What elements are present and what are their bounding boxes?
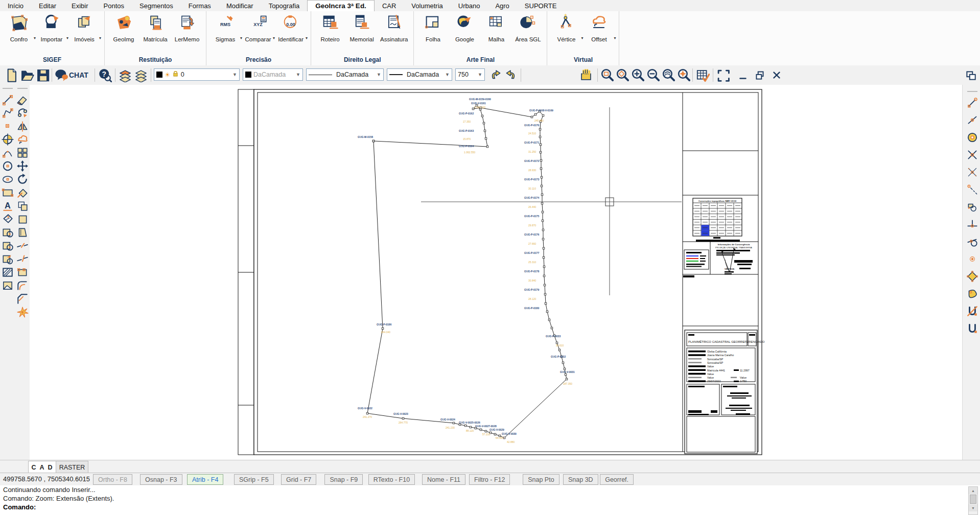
- toggle-filtro-f12[interactable]: Filtro - F12: [469, 474, 510, 485]
- chevron-down-icon[interactable]: ▼: [476, 72, 482, 77]
- snap-midpoint-button[interactable]: [966, 114, 978, 126]
- polyline-button[interactable]: [2, 107, 14, 119]
- zoom-out-button[interactable]: [646, 68, 661, 82]
- new-file-button[interactable]: [4, 68, 18, 82]
- menu-item-in-cio[interactable]: Início: [0, 0, 31, 11]
- toggle-snap-3d[interactable]: Snap 3D: [563, 474, 598, 485]
- scroll-up-icon[interactable]: ▲: [969, 487, 977, 494]
- snap-perpendicular-button[interactable]: [966, 218, 978, 230]
- break-point-button[interactable]: [16, 253, 29, 265]
- toggle-osnap-f3[interactable]: Osnap - F3: [140, 474, 182, 485]
- snap-quadrant-button[interactable]: [966, 270, 978, 283]
- scale-combo[interactable]: 750▼: [455, 68, 485, 81]
- zoom-previous-button[interactable]: [662, 68, 676, 82]
- menu-item-pontos[interactable]: Pontos: [96, 0, 132, 11]
- open-file-button[interactable]: [20, 68, 34, 82]
- chevron-down-icon[interactable]: ▾: [99, 36, 101, 40]
- color-combo[interactable]: DaCamada▼: [243, 68, 303, 81]
- ribbon-button-confro[interactable]: Confro: [3, 12, 35, 42]
- toggle-snap-f9[interactable]: Snap - F9: [324, 474, 363, 485]
- rotate-copy-button[interactable]: [16, 186, 29, 199]
- ribbon-button-lermemo[interactable]: LerMemo: [171, 12, 203, 42]
- tab-raster[interactable]: RASTER: [56, 461, 88, 473]
- chat-button[interactable]: CHAT: [55, 68, 88, 82]
- undo-button[interactable]: [489, 68, 503, 82]
- snap-center-button[interactable]: [966, 131, 978, 144]
- toggle-georref-[interactable]: Georref.: [600, 474, 634, 485]
- snap-settings-button[interactable]: [966, 322, 978, 335]
- menu-item-modificar[interactable]: Modificar: [219, 0, 261, 11]
- ribbon-button-sigmas[interactable]: RMSSigmas: [209, 12, 241, 42]
- layer-combo[interactable]: ☀0▼: [154, 68, 240, 81]
- ribbon-button-google[interactable]: Google: [449, 12, 480, 42]
- scroll-down-icon[interactable]: ▼: [969, 504, 977, 511]
- snap-apparent-button[interactable]: [966, 166, 978, 178]
- fillet-button[interactable]: [16, 279, 29, 292]
- fullscreen-button[interactable]: [716, 68, 730, 82]
- image-attach-button[interactable]: [2, 240, 14, 252]
- ribbon-button-matr-cula[interactable]: Matrícula: [139, 12, 171, 42]
- chevron-down-icon[interactable]: ▼: [375, 72, 381, 77]
- panels-icon[interactable]: [965, 69, 977, 82]
- snap-nearest-button[interactable]: [966, 288, 978, 300]
- mirror-button[interactable]: [16, 120, 29, 132]
- move-button[interactable]: [16, 160, 29, 172]
- cad-canvas[interactable]: Convenções topográficas NBR 13133Informa…: [30, 85, 963, 460]
- ribbon-button-identificar[interactable]: 0.00Identificar: [275, 12, 307, 42]
- chevron-down-icon[interactable]: ▾: [614, 36, 616, 40]
- chevron-down-icon[interactable]: ▾: [306, 36, 308, 40]
- snap-extension-button[interactable]: [966, 183, 978, 196]
- snap-node-button[interactable]: [966, 253, 978, 265]
- copy-button[interactable]: [16, 107, 29, 119]
- ribbon-button-geoimg[interactable]: GeoImg: [108, 12, 139, 42]
- toggle-rtexto-f10[interactable]: RTexto - F10: [368, 474, 415, 485]
- layers-manager-button[interactable]: [118, 68, 132, 82]
- tab-cad[interactable]: C A D: [28, 461, 57, 473]
- pan-button[interactable]: [579, 68, 593, 82]
- layers-states-button[interactable]: [134, 68, 148, 82]
- toggle-ortho-f8[interactable]: Ortho - F8: [93, 474, 132, 485]
- menu-item-editar[interactable]: Editar: [31, 0, 64, 11]
- circle-button[interactable]: [2, 160, 14, 172]
- array-button[interactable]: [16, 147, 29, 159]
- grip-edit-button[interactable]: [16, 266, 29, 278]
- ribbon-button-malha[interactable]: Malha: [480, 12, 512, 42]
- table-check-button[interactable]: [695, 68, 710, 82]
- minimize-button[interactable]: [736, 69, 750, 81]
- snap-insert-button[interactable]: [966, 201, 978, 213]
- command-scrollbar[interactable]: ▲ ▼: [968, 486, 978, 515]
- toolbar-drag-handle[interactable]: [967, 91, 977, 95]
- wipeout-button[interactable]: [2, 279, 14, 292]
- trapezoid-button[interactable]: [16, 226, 29, 239]
- chevron-down-icon[interactable]: ▼: [230, 72, 237, 77]
- ribbon-button-comparar[interactable]: XYZComparar: [242, 12, 274, 42]
- ribbon-button-offset[interactable]: Offset: [583, 12, 615, 42]
- snap-endpoint-button[interactable]: [966, 97, 978, 109]
- toolbar-drag-handle[interactable]: [3, 88, 13, 91]
- arc-button[interactable]: [2, 147, 14, 159]
- restore-button[interactable]: [753, 69, 766, 81]
- ribbon-button-importar[interactable]: SIGEFImportar: [36, 12, 67, 42]
- menu-item-segmentos[interactable]: Segmentos: [132, 0, 181, 11]
- save-file-button[interactable]: [36, 68, 50, 82]
- toolbar-drag-handle[interactable]: [17, 88, 28, 91]
- redo-button[interactable]: [503, 68, 518, 82]
- menu-item-agro[interactable]: Agro: [487, 0, 517, 11]
- ribbon-button--rea-sgl[interactable]: Área SGL: [512, 12, 544, 42]
- rotate-button[interactable]: [16, 173, 29, 185]
- linetype-combo[interactable]: DaCamada▼: [306, 68, 384, 81]
- toggle-atrib-f4[interactable]: Atrib - F4: [187, 474, 223, 485]
- lineweight-combo[interactable]: DaCamada▼: [387, 68, 452, 81]
- menu-item-geoincra-3-ed-[interactable]: GeoIncra 3ª Ed.: [307, 0, 375, 11]
- snap-tangent-button[interactable]: [966, 236, 978, 248]
- toggle-grid-f7[interactable]: Grid - F7: [281, 474, 316, 485]
- rectangle-button[interactable]: [2, 186, 14, 199]
- help-find-button[interactable]: ?: [98, 68, 112, 82]
- menu-item-suporte[interactable]: SUPORTE: [517, 0, 565, 11]
- offset-button[interactable]: [16, 133, 29, 146]
- close-button[interactable]: [770, 69, 783, 81]
- ribbon-button-assinatura[interactable]: Assinatura: [378, 12, 410, 42]
- align-button[interactable]: [16, 200, 29, 212]
- menu-item-car[interactable]: CAR: [375, 0, 404, 11]
- command-area[interactable]: Continuando comando Inserir...Comando: Z…: [0, 485, 980, 515]
